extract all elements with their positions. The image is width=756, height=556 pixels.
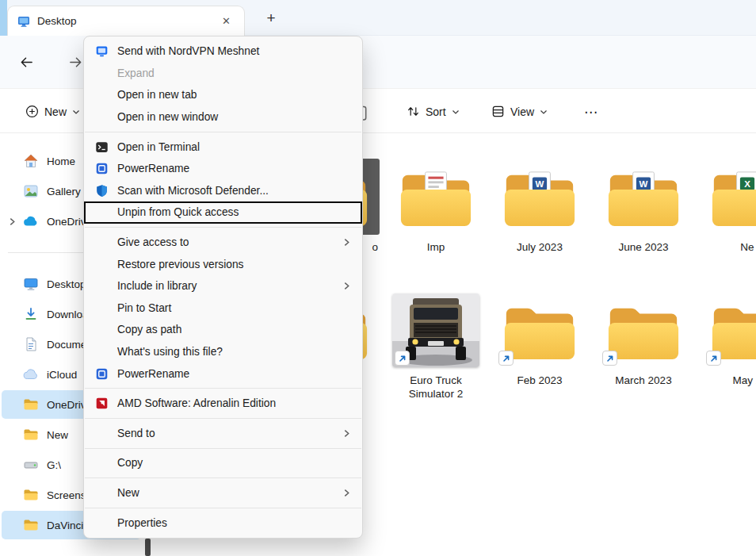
terminal-icon	[94, 140, 109, 155]
menu-item-label: Open in new tab	[117, 89, 197, 101]
close-tab-icon[interactable]: ✕	[216, 13, 236, 29]
menu-separator	[85, 418, 361, 419]
file-tile-ne[interactable]: XNe	[700, 159, 756, 254]
menu-item-label: Scan with Microsoft Defender...	[117, 185, 269, 197]
menu-item-label: Include in library	[117, 280, 197, 292]
menu-item-send-to[interactable]: Send to	[84, 423, 362, 445]
menu-icon-spacer	[94, 455, 109, 470]
new-tab-button[interactable]: +	[260, 8, 282, 29]
svg-text:X: X	[744, 179, 750, 189]
menu-item-scan-with-microsoft-defender[interactable]: Scan with Microsoft Defender...	[84, 180, 362, 202]
menu-icon-spacer	[94, 66, 109, 81]
menu-icon-spacer	[94, 426, 109, 441]
sidebar-scrollbar[interactable]	[145, 539, 151, 556]
folder-icon: W	[596, 159, 691, 235]
sort-arrows-icon	[407, 105, 420, 118]
nordvpn-icon	[94, 44, 109, 59]
menu-item-open-in-new-window[interactable]: Open in new window	[84, 106, 362, 128]
folder-icon	[492, 292, 587, 368]
onedrive-icon	[22, 213, 40, 230]
file-tile-march-2023[interactable]: March 2023	[596, 292, 691, 401]
menu-separator	[85, 477, 361, 478]
menu-item-label: Copy as path	[117, 324, 181, 336]
file-explorer-window: Desktop ✕ + New Sort View ⋯	[0, 0, 756, 556]
file-tile-label: Feb 2023	[492, 374, 587, 387]
sort-button[interactable]: Sort	[399, 99, 468, 124]
file-tile-label: Euro Truck Simulator 2	[388, 374, 483, 401]
menu-item-what-s-using-this-file[interactable]: What's using this file?	[84, 341, 362, 363]
download-icon	[22, 305, 40, 323]
menu-item-copy[interactable]: Copy	[84, 452, 362, 474]
folder-icon	[22, 396, 40, 413]
menu-item-properties[interactable]: Properties	[84, 512, 362, 534]
menu-item-open-in-terminal[interactable]: Open in Terminal	[84, 136, 362, 158]
amd-icon	[94, 396, 109, 411]
file-tile-feb-2023[interactable]: Feb 2023	[492, 292, 587, 401]
back-button[interactable]	[14, 50, 38, 74]
svg-text:W: W	[536, 179, 544, 189]
submenu-chevron-icon	[342, 489, 351, 497]
icloud-icon	[22, 366, 40, 383]
menu-icon-spacer	[94, 485, 109, 500]
menu-icon-spacer	[94, 301, 109, 316]
menu-item-label: Properties	[117, 517, 167, 529]
menu-icon-spacer	[94, 109, 109, 125]
shortcut-arrow-icon	[498, 351, 514, 366]
menu-icon-spacer	[94, 87, 109, 102]
shortcut-arrow-icon	[706, 351, 721, 366]
menu-item-give-access-to[interactable]: Give access to	[84, 232, 362, 254]
more-options-button[interactable]: ⋯	[579, 101, 603, 123]
sidebar-item-label: Gallery	[47, 186, 81, 197]
menu-icon-spacer	[94, 278, 109, 293]
menu-item-label: PowerRename	[117, 368, 189, 380]
expand-chevron-icon[interactable]	[2, 217, 22, 226]
menu-item-label: Restore previous versions	[117, 259, 244, 270]
view-button[interactable]: View	[483, 99, 556, 124]
back-arrow-icon	[19, 55, 34, 70]
folder-icon	[22, 516, 40, 534]
monitor-icon	[22, 275, 40, 293]
plus-circle-icon	[25, 105, 39, 118]
chevron-down-icon	[452, 108, 460, 116]
menu-item-label: Unpin from Quick access	[117, 206, 239, 218]
menu-item-unpin-from-quick-access[interactable]: Unpin from Quick access	[84, 201, 362, 224]
drive-icon	[22, 456, 40, 474]
menu-icon-spacer	[94, 322, 109, 337]
sidebar-item-label: New	[47, 429, 68, 441]
menu-item-send-with-nordvpn-meshnet[interactable]: Send with NordVPN Meshnet	[84, 40, 362, 63]
svg-text:W: W	[640, 179, 648, 189]
menu-icon-spacer	[94, 235, 109, 250]
menu-item-copy-as-path[interactable]: Copy as path	[84, 319, 362, 341]
menu-item-include-in-library[interactable]: Include in library	[84, 275, 362, 297]
new-button[interactable]: New	[17, 99, 88, 124]
window-edge-accent	[0, 0, 7, 36]
file-tile-june-2023[interactable]: WJune 2023	[596, 159, 691, 254]
menu-item-powerrename[interactable]: PowerRename	[84, 158, 362, 180]
file-tile-july-2023[interactable]: WJuly 2023	[492, 159, 587, 254]
folder-icon	[388, 159, 483, 235]
view-button-label: View	[510, 105, 534, 118]
home-icon	[22, 152, 40, 170]
file-tile-may-2[interactable]: May 2	[700, 292, 756, 401]
sort-button-label: Sort	[426, 105, 446, 118]
sidebar-item-label: G:\	[47, 459, 61, 471]
menu-item-new[interactable]: New	[84, 482, 362, 504]
menu-icon-spacer	[94, 205, 109, 220]
powerrename-icon	[94, 366, 109, 382]
sidebar-item-label: Home	[47, 155, 75, 167]
menu-item-restore-previous-versions[interactable]: Restore previous versions	[84, 253, 362, 275]
file-tile-euro-truck-simulator-2[interactable]: Euro Truck Simulator 2	[388, 292, 483, 401]
file-tile-imp[interactable]: Imp	[388, 159, 483, 254]
menu-item-amd-software-adrenalin-edition[interactable]: AMD Software: Adrenalin Edition	[84, 393, 362, 415]
document-icon	[22, 336, 40, 353]
menu-separator	[85, 227, 361, 228]
folder-icon	[700, 292, 756, 368]
menu-item-powerrename[interactable]: PowerRename	[84, 362, 362, 385]
menu-item-open-in-new-tab[interactable]: Open in new tab	[84, 84, 362, 106]
tab-desktop[interactable]: Desktop ✕	[7, 6, 245, 36]
menu-separator	[85, 508, 361, 508]
menu-item-pin-to-start[interactable]: Pin to Start	[84, 297, 362, 320]
sidebar-item-label: Desktop	[47, 278, 86, 290]
submenu-chevron-icon	[342, 238, 351, 247]
folder-icon	[22, 486, 40, 504]
